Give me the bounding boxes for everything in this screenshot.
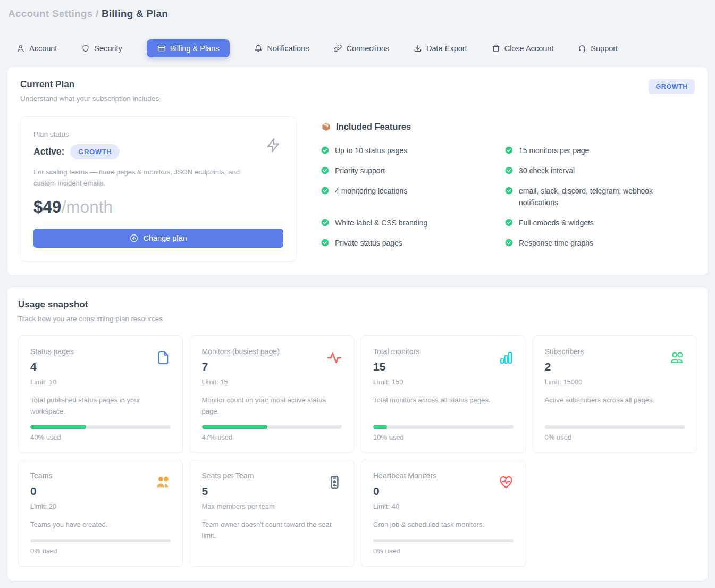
tab-data-export[interactable]: Data Export [414,40,467,57]
user-icon [16,44,25,53]
package-icon [321,122,331,132]
tab-close-account[interactable]: Close Account [492,40,554,57]
plan-status-card: Plan status Active: GROWTH For scaling t… [20,116,297,262]
feature-item: Full embeds & widgets [505,217,695,229]
feature-item: Up to 10 status pages [321,145,505,156]
check-circle-icon [321,146,329,154]
download-icon [414,44,422,53]
breadcrumb: Account Settings / Billing & Plan [8,8,708,20]
stat-description: Monitor count on your most active status… [202,395,342,417]
check-circle-icon [505,239,513,247]
feature-item: Private status pages [321,237,505,249]
stat-limit: Max members per team [202,502,342,510]
usage-subtitle: Track how you are consuming plan resourc… [18,315,697,323]
plan-status-value: Active: [33,146,64,157]
stat-description: Total monitors across all status pages. [373,395,514,406]
progress-bar [373,539,514,542]
feature-label: email, slack, discord, telegram, webhook… [519,185,674,208]
feature-item: 15 monitors per page [505,145,695,156]
tab-label: Security [94,44,122,53]
tab-label: Account [29,44,57,53]
link-icon [333,44,342,53]
feature-item: 4 monitoring locations [321,185,505,208]
tab-label: Close Account [504,44,554,53]
plan-status-label: Plan status [33,130,283,138]
plan-price: $49/month [33,198,283,217]
stat-limit: Limit: 40 [373,502,514,510]
credit-card-icon [157,44,166,53]
check-circle-icon [505,219,513,226]
shield-icon [81,44,90,53]
current-plan-subtitle: Understand what your subscription includ… [20,95,159,103]
pulse-icon [327,350,342,365]
check-circle-icon [505,187,513,195]
tab-label: Data Export [426,44,467,53]
stat-description: Teams you have created. [30,519,171,531]
stat-description: Active subscribers across all pages. [545,395,685,406]
progress-fill [373,425,387,429]
stat-limit: Limit: 150 [373,378,514,386]
progress-bar [30,539,171,542]
check-circle-icon [505,166,513,174]
change-plan-button[interactable]: Change plan [33,229,283,248]
feature-label: 15 monitors per page [519,145,589,156]
check-circle-icon [321,166,329,174]
feature-label: Private status pages [335,237,402,249]
tab-notifications[interactable]: Notifications [254,40,309,57]
percent-used-label: 10% used [373,433,514,441]
tab-security[interactable]: Security [81,40,122,57]
stat-limit: Limit: 15000 [545,378,685,386]
usage-stat-card-heartbeat-monitors: Heartbeat Monitors0Limit: 40Cron job & s… [361,460,526,567]
feature-label: Response time graphs [519,237,593,249]
stat-label: Total monitors [373,347,514,356]
plan-badge: GROWTH [649,79,695,94]
stat-label: Seats per Team [202,472,342,480]
stat-description: Total published status pages in your wor… [30,395,171,417]
stat-label: Heartbeat Monitors [373,472,514,480]
stat-description: Team owner doesn't count toward the seat… [202,519,342,542]
check-circle-icon [321,239,329,247]
price-period: /month [62,198,113,216]
included-features: Included Features Up to 10 status pages1… [297,116,695,262]
bell-icon [254,44,263,53]
usage-stat-card-seats-per-team: Seats per Team5Max members per teamTeam … [190,460,355,567]
plan-status-badge: GROWTH [70,144,120,159]
stat-value: 4 [30,360,171,373]
check-circle-icon [321,187,329,195]
lightning-icon [265,136,281,156]
percent-used-label: 0% used [373,547,514,555]
plan-description: For scaling teams — more pages & monitor… [33,166,262,189]
file-icon [156,350,171,365]
tab-billing-plans[interactable]: Billing & Plans [147,39,230,57]
price-amount: $49 [33,198,62,216]
tab-account[interactable]: Account [16,40,57,57]
stat-value: 0 [373,485,514,498]
arrow-up-circle-icon [130,234,138,242]
usage-stat-card-status-pages: Status pages4Limit: 10Total published st… [18,335,183,453]
check-circle-icon [321,219,329,226]
progress-bar [202,425,342,429]
progress-fill [30,425,86,429]
feature-item: White-label & CSS branding [321,217,505,229]
stat-limit: Limit: 20 [30,502,171,510]
usage-stat-card-teams: Teams0Limit: 20Teams you have created.0%… [18,460,183,567]
usage-title: Usage snapshot [18,299,697,310]
percent-used-label: 47% used [202,433,342,441]
trash-icon [492,44,500,53]
stat-value: 5 [202,485,342,498]
tab-support[interactable]: Support [578,40,618,57]
tab-bar: AccountSecurityBilling & PlansNotificati… [7,39,708,57]
stat-label: Subscribers [545,347,685,356]
feature-item: email, slack, discord, telegram, webhook… [505,185,695,208]
tab-label: Support [591,44,618,53]
tab-connections[interactable]: Connections [333,40,389,57]
stat-description: Cron job & scheduled task monitors. [373,519,514,531]
feature-label: Priority support [335,165,385,177]
progress-bar [373,425,514,429]
feature-label: White-label & CSS branding [335,217,427,229]
feature-label: Up to 10 status pages [335,145,407,156]
change-plan-label: Change plan [143,234,187,242]
feature-label: 30 check interval [519,165,575,177]
headset-icon [578,44,586,53]
progress-bar [545,425,685,429]
